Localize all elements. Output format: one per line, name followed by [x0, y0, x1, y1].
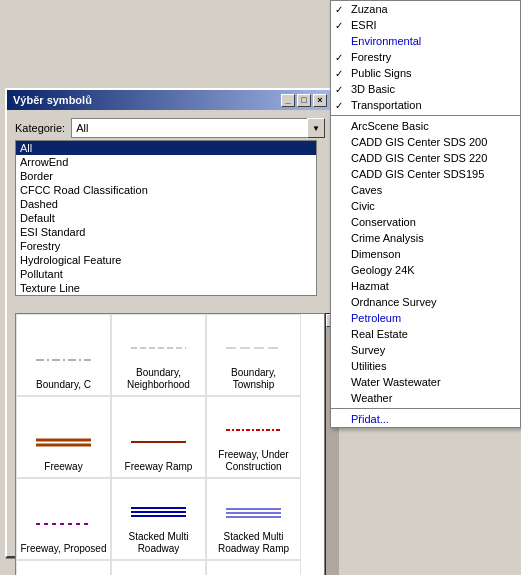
menu-item-crime[interactable]: Crime Analysis [331, 230, 520, 246]
menu-divider-2 [331, 408, 520, 409]
titlebar-buttons: _ □ × [281, 94, 327, 107]
symbol-empty-2 [206, 560, 301, 575]
stacked-preview [129, 497, 189, 527]
list-item-esi[interactable]: ESI Standard [16, 225, 316, 239]
list-item-default[interactable]: Default [16, 211, 316, 225]
menu-item-esri[interactable]: ESRI [331, 17, 520, 33]
boundary-neigh-preview [129, 333, 189, 363]
freeway-label: Freeway [44, 461, 82, 473]
menu-item-forestry[interactable]: Forestry [331, 49, 520, 65]
freeway-ramp-preview [129, 427, 189, 457]
menu-divider-1 [331, 115, 520, 116]
freeway-ramp-label: Freeway Ramp [125, 461, 193, 473]
boundary-town-preview [224, 333, 284, 363]
category-select[interactable]: All ArrowEnd Border CFCC Road Classifica… [71, 118, 325, 138]
symbol-empty-1 [111, 560, 206, 575]
symbol-area: Boundary, C Boundary, Neighborhood Bound… [15, 313, 325, 575]
kategorie-row: Kategorie: All ArrowEnd Border CFCC Road… [15, 118, 325, 138]
boundary-town-label: Boundary, Township [209, 367, 298, 391]
list-item-all[interactable]: All [16, 141, 316, 155]
list-item-cfcc[interactable]: CFCC Road Classification [16, 183, 316, 197]
menu-item-survey[interactable]: Survey [331, 342, 520, 358]
menu-item-environmental[interactable]: Environmental [331, 33, 520, 49]
dialog-titlebar: Výběr symbolů _ □ × [7, 90, 333, 110]
symbol-boundary-neighborhood[interactable]: Boundary, Neighborhood [111, 314, 206, 396]
menu-item-zuzana[interactable]: Zuzana [331, 1, 520, 17]
menu-item-public-signs[interactable]: Public Signs [331, 65, 520, 81]
open-dropdown-list[interactable]: All ArrowEnd Border CFCC Road Classifica… [15, 140, 317, 296]
category-dropdown-wrapper[interactable]: All ArrowEnd Border CFCC Road Classifica… [71, 118, 325, 138]
list-item-pollutant[interactable]: Pollutant [16, 267, 316, 281]
menu-item-weather[interactable]: Weather [331, 390, 520, 406]
kategorie-label: Kategorie: [15, 122, 65, 134]
maximize-button[interactable]: □ [297, 94, 311, 107]
symbol-boundary-c[interactable]: Boundary, C [16, 314, 111, 396]
symbol-freeway-proposed[interactable]: Freeway, Proposed [16, 478, 111, 560]
boundary-neigh-label: Boundary, Neighborhood [114, 367, 203, 391]
menu-item-utilities[interactable]: Utilities [331, 358, 520, 374]
menu-item-geology[interactable]: Geology 24K [331, 262, 520, 278]
proposed-label: Freeway, Proposed [21, 543, 107, 555]
menu-item-realestate[interactable]: Real Estate [331, 326, 520, 342]
context-menu: Zuzana ESRI Environmental Forestry Publi… [330, 0, 521, 428]
list-item-hydro[interactable]: Hydrological Feature [16, 253, 316, 267]
menu-item-petroleum[interactable]: Petroleum [331, 310, 520, 326]
stacked-label: Stacked Multi Roadway [114, 531, 203, 555]
symbol-freeway-construction[interactable]: Freeway, Under Construction [206, 396, 301, 478]
boundary-c-preview [34, 345, 94, 375]
menu-item-pridat[interactable]: Přidat... [331, 411, 520, 427]
symbol-toll-road[interactable]: Toll Road [16, 560, 111, 575]
menu-item-3d-basic[interactable]: 3D Basic [331, 81, 520, 97]
menu-item-ordnance[interactable]: Ordnance Survey [331, 294, 520, 310]
menu-item-civic[interactable]: Civic [331, 198, 520, 214]
list-item-arrowend[interactable]: ArrowEnd [16, 155, 316, 169]
construction-preview [224, 415, 284, 445]
symbol-boundary-township[interactable]: Boundary, Township [206, 314, 301, 396]
menu-item-water[interactable]: Water Wastewater [331, 374, 520, 390]
close-button[interactable]: × [313, 94, 327, 107]
symbol-stacked-ramp[interactable]: Stacked Multi Roadway Ramp [206, 478, 301, 560]
menu-item-hazmat[interactable]: Hazmat [331, 278, 520, 294]
symbol-freeway-ramp[interactable]: Freeway Ramp [111, 396, 206, 478]
symbol-grid: Boundary, C Boundary, Neighborhood Bound… [15, 313, 325, 575]
stacked-ramp-preview [224, 497, 284, 527]
list-item-border[interactable]: Border [16, 169, 316, 183]
freeway-preview [34, 427, 94, 457]
list-item-texture[interactable]: Texture Line [16, 281, 316, 295]
stacked-ramp-label: Stacked Multi Roadway Ramp [209, 531, 298, 555]
list-item-forestry[interactable]: Forestry [16, 239, 316, 253]
menu-item-caves[interactable]: Caves [331, 182, 520, 198]
menu-item-arcscene[interactable]: ArcScene Basic [331, 118, 520, 134]
symbol-freeway[interactable]: Freeway [16, 396, 111, 478]
menu-item-conservation[interactable]: Conservation [331, 214, 520, 230]
list-item-dashed[interactable]: Dashed [16, 197, 316, 211]
dialog-title: Výběr symbolů [13, 94, 92, 106]
construction-label: Freeway, Under Construction [209, 449, 298, 473]
menu-item-cadd195[interactable]: CADD GIS Center SDS195 [331, 166, 520, 182]
menu-item-transportation[interactable]: Transportation [331, 97, 520, 113]
menu-item-cadd220[interactable]: CADD GIS Center SDS 220 [331, 150, 520, 166]
menu-item-dimenson[interactable]: Dimenson [331, 246, 520, 262]
menu-item-cadd200[interactable]: CADD GIS Center SDS 200 [331, 134, 520, 150]
proposed-preview [34, 509, 94, 539]
symbol-stacked-multi[interactable]: Stacked Multi Roadway [111, 478, 206, 560]
boundary-c-label: Boundary, C [36, 379, 91, 391]
minimize-button[interactable]: _ [281, 94, 295, 107]
main-dialog: Výběr symbolů _ □ × Kategorie: All Arrow… [5, 88, 335, 558]
dialog-body: Kategorie: All ArrowEnd Border CFCC Road… [7, 110, 333, 575]
